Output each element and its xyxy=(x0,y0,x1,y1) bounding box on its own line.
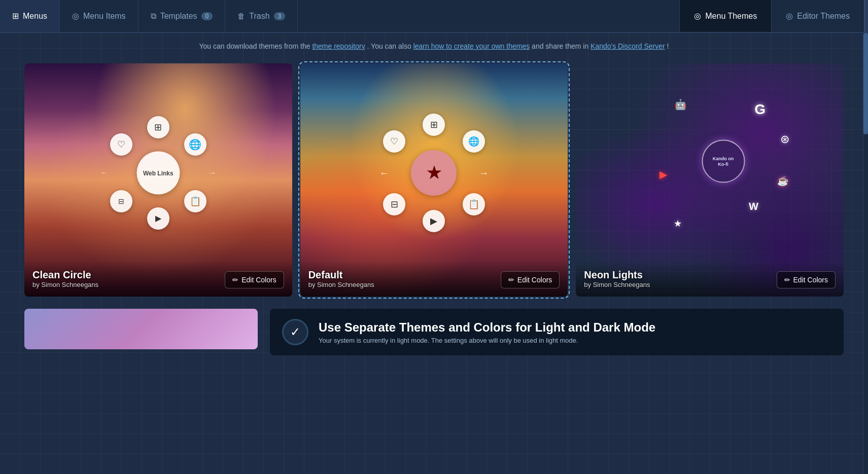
nav-editor-themes-label: Editor Themes xyxy=(797,12,850,21)
default-icon-left: ← xyxy=(373,162,395,184)
circle-icon: ◎ xyxy=(72,11,79,21)
nav-trash-label: Trash xyxy=(249,12,269,21)
cc-icon-tl: ♡ xyxy=(110,133,132,156)
default-icon-right: → xyxy=(472,162,495,184)
cc-icon-bl: ⊟ xyxy=(110,190,132,212)
cc-icon-left: ← xyxy=(93,162,115,184)
light-dark-banner: ✓ Use Separate Themes and Colors for Lig… xyxy=(270,309,844,355)
clean-circle-edit-colors-button[interactable]: ✏ Edit Colors xyxy=(225,271,284,288)
neon-edit-colors-button[interactable]: ✏ Edit Colors xyxy=(777,271,836,288)
default-theme-name: Default xyxy=(308,269,374,281)
neon-theme-author: by Simon Schneegans xyxy=(584,281,650,288)
editor-themes-icon: ◎ xyxy=(786,11,793,21)
default-overlay: Default by Simon Schneegans ✏ Edit Color… xyxy=(300,261,568,297)
nav-bar: ⊞ Menus ◎ Menu Items ⧉ Templates 0 🗑 Tra… xyxy=(0,0,868,33)
neon-icon-chatgpt: 🤖 xyxy=(670,93,692,116)
neon-icon-kofi: ☕ xyxy=(777,175,788,187)
clean-circle-edit-label: Edit Colors xyxy=(241,276,276,284)
nav-editor-themes[interactable]: ◎ Editor Themes xyxy=(771,0,864,32)
clean-circle-center: Web Links xyxy=(136,152,180,195)
clean-circle-overlay: Clean Circle by Simon Schneegans ✏ Edit … xyxy=(24,261,292,297)
info-bar: You can download themes from the theme r… xyxy=(0,33,868,59)
pencil-icon: ✏ xyxy=(232,276,238,284)
cc-icon-tr: 🌐 xyxy=(184,133,206,156)
default-icon-br: 📋 xyxy=(463,193,485,215)
clean-circle-author: by Simon Schneegans xyxy=(32,281,98,288)
default-menu-preview: ★ ⊞ 🌐 → 📋 ▶ ⊟ ← ♡ xyxy=(363,102,505,244)
clean-circle-name: Clean Circle xyxy=(32,269,98,281)
nav-templates[interactable]: ⧉ Templates 0 xyxy=(138,0,226,32)
nav-trash[interactable]: 🗑 Trash 3 xyxy=(225,0,298,32)
neon-icon-wiki: W xyxy=(749,201,758,212)
copy-icon: ⧉ xyxy=(151,12,156,21)
scrollbar-track[interactable] xyxy=(863,33,868,474)
nav-templates-label: Templates xyxy=(160,12,197,21)
partial-theme-card[interactable] xyxy=(24,309,258,349)
cc-icon-bot: ▶ xyxy=(147,207,169,230)
default-icon-bl: ⊟ xyxy=(383,193,405,215)
neon-icon-g: G xyxy=(754,101,766,118)
banner-text: Use Separate Themes and Colors for Light… xyxy=(319,320,655,344)
nav-menu-items[interactable]: ◎ Menu Items xyxy=(60,0,138,32)
nav-menus[interactable]: ⊞ Menus xyxy=(0,0,60,32)
themes-grid: Web Links ⊞ 🌐 📋 ▶ ⊟ ♡ ← → Clean Circle b… xyxy=(0,59,868,301)
nav-menu-themes-label: Menu Themes xyxy=(705,12,757,21)
banner-title: Use Separate Themes and Colors for Light… xyxy=(319,320,655,335)
info-text-after: ! xyxy=(667,42,669,50)
default-icon-top: ⊞ xyxy=(423,114,445,136)
neon-pencil-icon: ✏ xyxy=(784,276,790,284)
cc-icon-top: ⊞ xyxy=(147,116,169,138)
neon-icon-star: ★ xyxy=(674,218,682,229)
default-edit-label: Edit Colors xyxy=(517,276,552,284)
scrollbar-thumb[interactable] xyxy=(863,33,868,134)
cc-icon-right: → xyxy=(201,162,223,184)
nav-menu-items-label: Menu Items xyxy=(83,12,126,21)
nav-menu-themes[interactable]: ◎ Menu Themes xyxy=(679,0,771,32)
trash-badge: 3 xyxy=(274,12,286,20)
neon-center: Kando onKo-fi xyxy=(702,140,745,183)
scroll-indicator xyxy=(864,0,868,32)
menu-themes-icon: ◎ xyxy=(694,11,701,21)
neon-icon-github: ⊛ xyxy=(780,133,789,146)
trash-icon: 🗑 xyxy=(237,12,245,20)
default-edit-colors-button[interactable]: ✏ Edit Colors xyxy=(501,271,560,288)
theme-card-clean-circle[interactable]: Web Links ⊞ 🌐 📋 ▶ ⊟ ♡ ← → Clean Circle b… xyxy=(24,63,292,297)
info-text-middle2: and share them in xyxy=(532,42,591,50)
checkmark-icon: ✓ xyxy=(290,325,300,339)
neon-info: Neon Lights by Simon Schneegans xyxy=(584,269,650,288)
default-info: Default by Simon Schneegans xyxy=(308,269,374,288)
grid-icon: ⊞ xyxy=(12,11,19,21)
nav-right: ◎ Menu Themes ◎ Editor Themes xyxy=(679,0,868,32)
neon-icon-youtube: ▶ xyxy=(659,168,667,180)
neon-overlay: Neon Lights by Simon Schneegans ✏ Edit C… xyxy=(576,261,844,297)
default-center: ★ xyxy=(411,150,457,196)
neon-theme-name: Neon Lights xyxy=(584,269,650,281)
clean-circle-menu-preview: Web Links ⊞ 🌐 📋 ▶ ⊟ ♡ ← → xyxy=(87,102,229,244)
info-text-middle1: . You can also xyxy=(367,42,413,50)
default-icon-bot: ▶ xyxy=(423,210,445,232)
default-icon-tl: ♡ xyxy=(383,130,405,153)
cc-icon-br: 📋 xyxy=(184,190,206,212)
nav-menus-label: Menus xyxy=(23,12,47,21)
clean-circle-info: Clean Circle by Simon Schneegans xyxy=(32,269,98,288)
neon-edit-label: Edit Colors xyxy=(793,276,828,284)
theme-card-default[interactable]: ★ ⊞ 🌐 → 📋 ▶ ⊟ ← ♡ Default by Simon Schne… xyxy=(300,63,568,297)
checkmark-toggle[interactable]: ✓ xyxy=(282,319,308,345)
theme-repository-link[interactable]: theme repository xyxy=(312,42,365,50)
learn-themes-link[interactable]: learn how to create your own themes xyxy=(413,42,530,50)
bottom-section: ✓ Use Separate Themes and Colors for Lig… xyxy=(20,305,848,359)
neon-menu-preview: Kando onKo-fi 🤖 G ⊛ ▶ W ☕ ★ xyxy=(652,90,794,232)
info-text-before: You can download themes from the xyxy=(199,42,313,50)
theme-card-neon-lights[interactable]: Kando onKo-fi 🤖 G ⊛ ▶ W ☕ ★ Neon Lights … xyxy=(576,63,844,297)
banner-subtitle: Your system is currently in light mode. … xyxy=(319,337,655,344)
default-theme-author: by Simon Schneegans xyxy=(308,281,374,288)
default-icon-tr: 🌐 xyxy=(463,130,485,153)
default-pencil-icon: ✏ xyxy=(508,276,514,284)
discord-link[interactable]: Kando's Discord Server xyxy=(591,42,665,50)
templates-badge: 0 xyxy=(201,12,213,20)
